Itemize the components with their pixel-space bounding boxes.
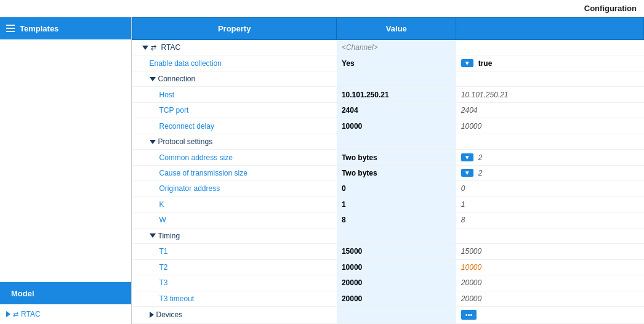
value-cell: <Channel>: [337, 40, 456, 55]
config-cell: 20000: [456, 291, 644, 306]
config-cell: ▼2: [456, 165, 644, 180]
property-cell: Originator address: [132, 181, 337, 196]
dropdown-button[interactable]: ▼: [461, 59, 473, 67]
table-row: T11500015000: [132, 244, 644, 259]
value-cell: 10000: [337, 259, 456, 275]
value-cell: [337, 134, 456, 149]
value-header: Value: [337, 18, 456, 40]
config-cell: [456, 134, 644, 149]
config-value: 20000: [461, 294, 481, 303]
property-cell: TCP port: [132, 102, 337, 118]
table-row: T21000010000: [132, 259, 644, 275]
value-cell: 10.101.250.21: [337, 87, 456, 102]
value-cell: 2404: [337, 102, 456, 118]
value-text: Two bytes: [342, 169, 377, 177]
config-cell: [456, 71, 644, 86]
table-row: Timing: [132, 228, 644, 243]
table-row: Host10.101.250.2110.101.250.21: [132, 87, 644, 102]
configuration-title: Configuration: [584, 4, 637, 13]
value-cell: 20000: [337, 275, 456, 291]
rtac-item[interactable]: ⇄ RTAC: [6, 308, 125, 320]
table-row: T3 timeout2000020000: [132, 291, 644, 306]
templates-label: Templates: [20, 24, 58, 33]
collapse-icon[interactable]: [150, 140, 156, 144]
collapse-icon[interactable]: [142, 46, 148, 50]
value-cell: Yes: [337, 55, 456, 71]
value-text: 10.101.250.21: [342, 91, 389, 99]
value-cell: 0: [337, 181, 456, 196]
prop-name-text: W: [137, 216, 166, 224]
property-cell: Cause of transmission size: [132, 165, 337, 180]
rtac-label: RTAC: [21, 310, 41, 318]
model-header[interactable]: Model: [0, 282, 131, 304]
sidebar-top-area: [0, 39, 131, 282]
rtac-arrows-icon: ⇄: [151, 44, 156, 52]
value-text: 1: [342, 200, 346, 209]
config-table: Property Value ⇄RTAC<Channel>Enable data…: [132, 17, 644, 324]
expand-rtac-icon: [6, 311, 10, 317]
table-row: Connection: [132, 71, 644, 86]
config-cell: 10000: [456, 259, 644, 275]
config-value: true: [478, 59, 493, 68]
table-row: ⇄RTAC<Channel>: [132, 40, 644, 55]
section-label-text: Protocol settings: [158, 137, 213, 146]
dots-button[interactable]: •••: [461, 310, 477, 320]
prop-name-text: Originator address: [137, 184, 220, 193]
model-content: ⇄ RTAC: [0, 304, 131, 324]
config-header: [456, 18, 644, 40]
value-text: 2404: [342, 106, 358, 115]
config-cell: 20000: [456, 275, 644, 291]
value-cell: [337, 228, 456, 243]
config-value: 10000: [461, 122, 481, 131]
value-text: 10000: [342, 122, 362, 131]
prop-name-text: Reconnect delay: [137, 122, 214, 131]
property-cell: W: [132, 213, 337, 228]
value-cell: Two bytes: [337, 165, 456, 180]
collapse-icon[interactable]: [150, 233, 156, 238]
config-cell: ▼2: [456, 150, 644, 165]
table-row: Common address sizeTwo bytes▼2: [132, 150, 644, 165]
value-cell: [337, 306, 456, 323]
templates-header[interactable]: Templates: [0, 17, 131, 39]
property-cell: Reconnect delay: [132, 118, 337, 134]
property-cell: K: [132, 196, 337, 212]
table-row: Enable data collectionYes▼true: [132, 55, 644, 71]
top-bar: Configuration: [0, 0, 644, 17]
config-cell: 15000: [456, 244, 644, 259]
config-cell: ▼true: [456, 55, 644, 71]
property-cell: Host: [132, 87, 337, 102]
prop-name-text: TCP port: [137, 106, 189, 115]
sidebar: Templates Model ⇄ RTAC: [0, 17, 132, 324]
collapse-icon[interactable]: [150, 77, 156, 81]
section-label-text: RTAC: [161, 43, 181, 52]
value-cell: 8: [337, 213, 456, 228]
value-cell: 20000: [337, 291, 456, 306]
table-row: K11: [132, 196, 644, 212]
value-text: 15000: [342, 247, 362, 256]
value-text: 20000: [342, 294, 362, 303]
rtac-arrows-icon: ⇄: [13, 310, 18, 318]
value-cell: Two bytes: [337, 150, 456, 165]
channel-text: <Channel>: [342, 43, 378, 52]
table-row: TCP port24042404: [132, 102, 644, 118]
main-layout: Templates Model ⇄ RTAC Property Value: [0, 17, 644, 324]
prop-name-text: T3 timeout: [137, 294, 195, 303]
config-value: 0: [461, 184, 465, 193]
config-value: 20000: [461, 278, 481, 287]
property-cell: Timing: [132, 228, 337, 243]
hamburger-icon[interactable]: [6, 25, 15, 32]
config-value: 2: [478, 169, 483, 177]
collapse-icon[interactable]: [150, 312, 154, 318]
value-text: 10000: [342, 263, 362, 272]
value-text: 8: [342, 216, 346, 224]
dropdown-button[interactable]: ▼: [461, 169, 473, 177]
dropdown-button[interactable]: ▼: [461, 153, 473, 161]
prop-name-text: Common address size: [137, 153, 233, 162]
prop-name-text: Cause of transmission size: [137, 169, 248, 177]
config-cell: 8: [456, 213, 644, 228]
property-cell: Connection: [132, 71, 337, 86]
property-cell: Protocol settings: [132, 134, 337, 149]
property-header: Property: [132, 18, 337, 40]
table-row: Devices•••: [132, 306, 644, 323]
property-cell: Enable data collection: [132, 55, 337, 71]
